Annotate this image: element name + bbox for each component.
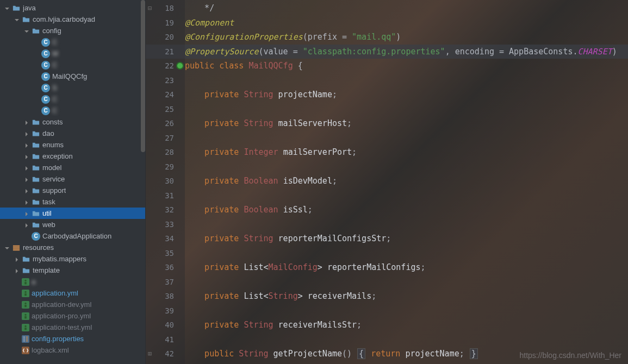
tree-item[interactable]: application-test.yml [0,322,145,333]
tree-item[interactable]: java [0,2,145,14]
project-tree[interactable]: javacom.lvjia.carbodyadconfigCCCMCCCMail… [0,0,146,364]
tree-item[interactable]: CS [0,82,145,93]
tree-item[interactable]: config.properties [0,333,145,344]
tree-item[interactable]: CC [0,105,145,116]
code-token: private [185,90,244,99]
code-token: getProjectName [273,349,342,359]
code-line[interactable] [185,246,628,261]
tree-item[interactable]: a [0,276,145,287]
tree-item[interactable]: CC [0,59,145,71]
code-line[interactable] [185,160,628,174]
code-line[interactable] [185,332,628,347]
code-line[interactable] [185,275,628,290]
code-token: projectName [278,90,332,99]
chevron-right-icon[interactable] [14,256,21,262]
tree-item[interactable]: web [0,219,145,230]
tree-item[interactable]: CC [0,36,145,48]
chevron-right-icon[interactable] [24,199,30,205]
chevron-down-icon[interactable] [4,5,11,11]
fold-icon[interactable]: ⊞ [148,350,152,357]
folder-icon [22,15,30,24]
code-line[interactable]: private Boolean isSsl; [185,203,628,217]
chevron-right-icon[interactable] [24,119,30,125]
chevron-right-icon[interactable] [24,130,30,137]
code-line[interactable]: */ [185,1,628,16]
tree-item[interactable]: application.yml [0,287,145,299]
code-token: CHARSET [578,47,612,57]
svg-rect-20 [23,338,26,340]
gutter-line: 19 [146,16,185,30]
tree-item[interactable]: task [0,196,145,208]
code-line[interactable] [185,189,628,203]
tree-item[interactable]: CM [0,48,145,59]
code-token: private [185,176,244,186]
chevron-down-icon[interactable] [14,16,21,23]
folder-icon [32,198,40,206]
spring-icon [176,62,184,70]
code-line[interactable]: private String projectName; [185,87,628,102]
tree-item[interactable]: service [0,173,145,185]
code-line[interactable] [185,131,628,146]
code-line[interactable]: @PropertySource(value = "classpath:confi… [185,45,628,59]
tree-item[interactable]: util [0,208,145,219]
code-token: List< [244,291,268,301]
code-line[interactable] [185,73,628,88]
tree-item-label: resources [23,243,54,252]
code-line[interactable] [185,217,628,232]
tree-item[interactable]: CC [0,93,145,105]
chevron-down-icon[interactable] [4,244,11,251]
class-icon: C [41,106,50,115]
code-editor[interactable]: 18⊟1920212223242526272829303132333435363… [146,0,628,364]
tree-item[interactable]: exception [0,150,145,162]
code-line[interactable]: @ConfigurationProperties(prefix = "mail.… [185,30,628,45]
tree-item[interactable]: com.lvjia.carbodyad [0,14,145,25]
code-line[interactable]: private String mailServerHost; [185,116,628,131]
tree-item[interactable]: CMailQQCfg [0,71,145,82]
folder-icon [32,209,40,218]
code-line[interactable] [185,102,628,117]
chevron-right-icon[interactable] [24,210,30,217]
tree-item[interactable]: config [0,25,145,36]
code-token: private [185,205,244,215]
chevron-right-icon[interactable] [24,187,30,194]
chevron-right-icon[interactable] [24,165,30,171]
tree-item-label: exception [42,152,73,160]
code-line[interactable]: private Boolean isDevModel; [185,174,628,189]
code-line[interactable]: @Component [185,16,628,30]
fold-icon[interactable]: ⊟ [148,4,152,12]
scrollbar[interactable] [141,0,145,152]
tree-item[interactable]: application-dev.yml [0,299,145,310]
code-token: private [185,320,244,330]
code-token: mailServerPort [283,147,352,157]
code-line[interactable]: private List<MailConfig> reporterMailCon… [185,260,628,275]
code-area[interactable]: */@Component@ConfigurationProperties(pre… [185,0,628,364]
svg-rect-0 [13,245,20,247]
tree-item[interactable]: template [0,265,145,276]
tree-item[interactable]: logback.xml [0,344,145,356]
tree-item[interactable]: enums [0,139,145,150]
code-line[interactable]: private String reporterMailConfigsStr; [185,231,628,246]
tree-item[interactable]: support [0,185,145,196]
chevron-right-icon[interactable] [24,176,30,183]
gutter-line: 37 [146,275,185,290]
chevron-right-icon[interactable] [14,267,21,274]
chevron-right-icon[interactable] [24,142,30,148]
code-token: mailServerHost [278,118,347,128]
xml-icon [22,347,29,354]
tree-item[interactable]: CCarbodyadApplication [0,230,145,242]
tree-item[interactable]: model [0,162,145,173]
tree-item[interactable]: mybatis.mappers [0,253,145,265]
code-line[interactable] [185,304,628,318]
tree-item[interactable]: application-pro.yml [0,310,145,322]
code-line[interactable]: private Integer mailServerPort; [185,145,628,160]
chevron-right-icon[interactable] [24,153,30,160]
code-line[interactable]: private String receiverMailsStr; [185,318,628,332]
tree-item[interactable]: resources [0,242,145,253]
tree-item[interactable]: dao [0,128,145,139]
code-line[interactable]: private List<String> receiverMails; [185,289,628,304]
code-line[interactable]: public class MailQQCfg { [185,59,628,73]
tree-item[interactable]: consts [0,116,145,128]
code-token: > reporterMailConfigs [318,262,421,272]
chevron-right-icon[interactable] [24,222,30,228]
chevron-down-icon[interactable] [24,28,30,34]
